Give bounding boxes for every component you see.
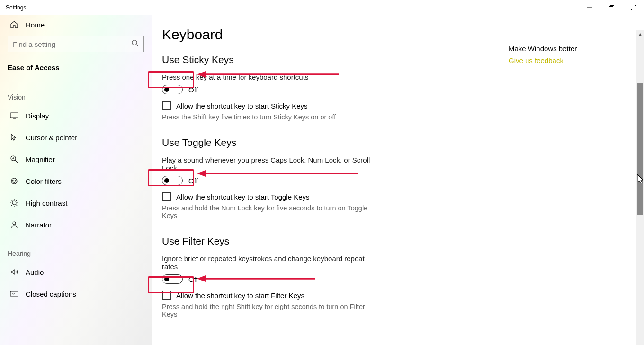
window-title: Settings [6, 4, 26, 11]
feedback-link[interactable]: Give us feedback [509, 56, 577, 64]
svg-point-26 [13, 222, 16, 225]
sticky-shortcut-checkbox[interactable] [162, 101, 171, 110]
section-heading-filter: Use Filter Keys [162, 236, 380, 247]
svg-line-23 [16, 205, 17, 206]
sidebar-item-label: Cursor & pointer [26, 134, 77, 142]
sidebar-item-display[interactable]: Display [0, 105, 152, 127]
svg-point-5 [132, 40, 137, 45]
right-panel-heading: Make Windows better [509, 45, 577, 53]
svg-rect-1 [609, 6, 613, 10]
filter-shortcut-checkbox[interactable] [162, 291, 171, 300]
cursor-icon [9, 133, 19, 142]
sidebar-item-narrator[interactable]: Narrator [0, 214, 152, 236]
page-title: Keyboard [162, 27, 625, 43]
sidebar-item-color-filters[interactable]: Color filters [0, 170, 152, 192]
svg-line-24 [11, 205, 12, 206]
magnifier-icon [9, 154, 19, 164]
audio-icon [9, 267, 19, 277]
svg-point-16 [14, 182, 15, 183]
toggle-shortcut-checkbox[interactable] [162, 192, 171, 201]
titlebar: Settings [0, 0, 644, 15]
sidebar-item-label: Display [26, 112, 49, 120]
sidebar-item-label: Home [26, 21, 45, 29]
maximize-button[interactable] [600, 0, 622, 15]
svg-text:cc: cc [12, 292, 16, 296]
filter-keys-toggle[interactable] [162, 274, 183, 284]
close-button[interactable] [622, 0, 644, 15]
sidebar-group-vision: Vision [0, 79, 152, 105]
narrator-icon [9, 220, 19, 229]
filter-sub-desc: Press and hold the right Shift key for e… [162, 303, 380, 318]
filter-checkbox-label: Allow the shortcut key to start Filter K… [176, 291, 304, 300]
display-icon [9, 111, 19, 120]
toggle-keys-toggle[interactable] [162, 176, 183, 185]
sidebar-item-high-contrast[interactable]: High contrast [0, 192, 152, 214]
color-filters-icon [9, 176, 19, 186]
sidebar-item-label: High contrast [26, 199, 67, 207]
home-icon [9, 20, 19, 29]
svg-point-14 [12, 180, 13, 181]
sidebar-item-label: Audio [26, 268, 44, 276]
sticky-toggle-state: Off [188, 86, 198, 94]
sidebar-item-cursor[interactable]: Cursor & pointer [0, 127, 152, 148]
minimize-button[interactable] [579, 0, 600, 15]
scroll-thumb[interactable] [637, 83, 643, 215]
sidebar-item-audio[interactable]: Audio [0, 261, 152, 283]
sidebar-item-label: Magnifier [26, 155, 55, 163]
search-icon [132, 40, 139, 48]
svg-line-6 [136, 45, 138, 46]
svg-line-10 [15, 160, 18, 163]
high-contrast-icon [9, 198, 19, 208]
main-panel: Keyboard Use Sticky Keys Press one key a… [152, 15, 644, 345]
svg-rect-7 [10, 113, 18, 118]
svg-rect-2 [610, 5, 614, 9]
sidebar-group-hearing: Hearing [0, 236, 152, 261]
sidebar: Home Ease of Access Vision Display [0, 15, 152, 345]
sidebar-item-label: Closed captions [26, 290, 76, 298]
scrollbar[interactable]: ▲ ▼ [636, 30, 644, 345]
sidebar-item-magnifier[interactable]: Magnifier [0, 148, 152, 170]
sticky-desc: Press one key at a time for keyboard sho… [162, 73, 380, 81]
sticky-sub-desc: Press the Shift key five times to turn S… [162, 113, 380, 121]
search-input[interactable] [8, 36, 144, 52]
closed-captions-icon: cc [9, 289, 19, 299]
section-heading-sticky: Use Sticky Keys [162, 54, 380, 65]
toggle-checkbox-label: Allow the shortcut key to start Toggle K… [176, 193, 310, 201]
sidebar-item-home[interactable]: Home [0, 15, 152, 36]
search-field[interactable] [13, 40, 132, 48]
sidebar-category: Ease of Access [0, 59, 152, 79]
svg-line-25 [16, 200, 17, 201]
svg-line-22 [11, 200, 12, 201]
sidebar-item-label: Color filters [26, 177, 62, 185]
toggle-toggle-state: Off [188, 177, 198, 185]
svg-point-15 [15, 180, 16, 181]
sticky-checkbox-label: Allow the shortcut key to start Sticky K… [176, 102, 308, 110]
sticky-keys-toggle[interactable] [162, 85, 183, 94]
sidebar-item-label: Narrator [26, 221, 52, 229]
scroll-up-icon[interactable]: ▲ [636, 30, 644, 38]
filter-toggle-state: Off [188, 275, 198, 283]
toggle-desc: Play a sound whenever you press Caps Loc… [162, 156, 380, 172]
filter-desc: Ignore brief or repeated keystrokes and … [162, 254, 380, 271]
svg-point-17 [12, 201, 16, 205]
sidebar-item-closed-captions[interactable]: cc Closed captions [0, 283, 152, 305]
toggle-sub-desc: Press and hold the Num Lock key for five… [162, 204, 380, 219]
section-heading-toggle: Use Toggle Keys [162, 137, 380, 148]
